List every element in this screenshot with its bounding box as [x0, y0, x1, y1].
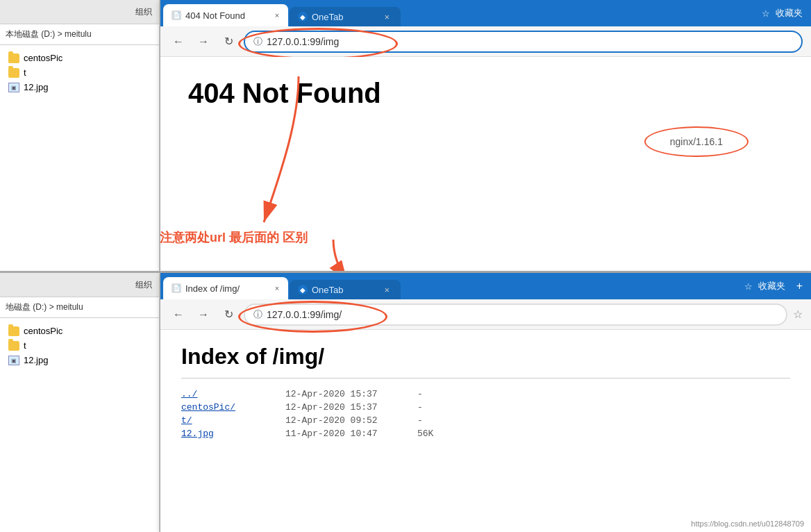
tree-item-t-bottom[interactable]: t [0, 338, 159, 353]
explorer-toolbar-bottom: 组织 [0, 273, 159, 297]
tree-item-centospic-top[interactable]: centosPic [0, 51, 159, 65]
top-section: 组织 本地磁盘 (D:) > meitulu centosPic t ▣ 12.… [0, 0, 811, 271]
folder-icon-centospic-bottom [8, 326, 19, 336]
index-size-parent: - [417, 389, 452, 399]
address-input-wrap-top[interactable]: ⓘ 127.0.0.1:99/img [244, 31, 803, 53]
address-bar-bottom: ← → ↻ ⓘ 127.0.0.1:99/img/ ☆ [160, 299, 811, 330]
index-link-centospic[interactable]: centosPic/ [181, 402, 265, 413]
tree-item-12jpg-bottom[interactable]: ▣ 12.jpg [0, 353, 159, 367]
explorer-left-top: 组织 本地磁盘 (D:) > meitulu centosPic t ▣ 12.… [0, 0, 160, 271]
forward-button-bottom[interactable]: → [194, 305, 213, 324]
explorer-tree-top: centosPic t ▣ 12.jpg [0, 45, 159, 271]
back-button-bottom[interactable]: ← [169, 305, 188, 324]
browser-bottom: 📄 Index of /img/ × ◆ OneTab × ☆ 收藏夹 + ← … [160, 273, 811, 532]
tab-favicon-onetab-bottom: ◆ [298, 285, 308, 294]
explorer-toolbar-top: 组织 [0, 0, 159, 24]
image-icon-12jpg-top: ▣ [8, 83, 19, 92]
tab-inactive-close-bottom[interactable]: × [381, 283, 392, 297]
index-table: ../ 12-Apr-2020 15:37 - centosPic/ 12-Ap… [181, 389, 790, 439]
tab-inactive-label-top: OneTab [312, 12, 344, 22]
error-title: 404 Not Found [188, 78, 783, 109]
tab-favicon-bottom: 📄 [172, 283, 181, 293]
tab-bar-top: 📄 404 Not Found × ◆ OneTab × ☆ 收藏夹 [160, 0, 811, 26]
address-info-icon-bottom: ⓘ [253, 308, 262, 321]
index-link-12jpg[interactable]: 12.jpg [181, 429, 265, 439]
tab-inactive-bottom[interactable]: ◆ OneTab × [290, 280, 401, 299]
index-row-parent: ../ 12-Apr-2020 15:37 - [181, 389, 790, 399]
tab-bar-right-bottom: ☆ 收藏夹 + [736, 273, 811, 299]
index-row-centospic: centosPic/ 12-Apr-2020 15:37 - [181, 402, 790, 413]
favorites-label-top: 收藏夹 [776, 7, 803, 19]
index-size-t: - [417, 415, 452, 426]
index-date-12jpg: 11-Apr-2020 10:47 [285, 429, 396, 439]
tab-close-top[interactable]: × [271, 10, 283, 21]
tab-active-top[interactable]: 📄 404 Not Found × [163, 4, 288, 26]
address-text-top: 127.0.0.1:99/img [267, 36, 339, 47]
favorites-label-bottom: 收藏夹 [758, 280, 785, 292]
organize-label-top: 组织 [135, 6, 152, 18]
reload-button-top[interactable]: ↻ [219, 32, 238, 51]
watermark: https://blog.csdn.net/u012848709 [691, 519, 804, 528]
address-bar-top: ← → ↻ ⓘ 127.0.0.1:99/img [160, 26, 811, 57]
index-row-t: t/ 12-Apr-2020 09:52 - [181, 415, 790, 426]
breadcrumb-top: 本地磁盘 (D:) > meitulu [6, 28, 92, 40]
folder-icon-t-bottom [8, 341, 19, 351]
forward-button-top[interactable]: → [194, 32, 213, 51]
index-title: Index of /img/ [181, 344, 790, 379]
browser-content-bottom: Index of /img/ ../ 12-Apr-2020 15:37 - c… [160, 330, 811, 532]
tree-label-12jpg-bottom: 12.jpg [24, 355, 48, 365]
index-date-t: 12-Apr-2020 09:52 [285, 415, 396, 426]
explorer-left-bottom: 组织 地磁盘 (D:) > meitulu centosPic t ▣ 12.j… [0, 273, 160, 532]
star-icon-bottom: ☆ [744, 281, 753, 292]
tree-label-centospic-top: centosPic [24, 53, 62, 63]
tree-label-t-top: t [24, 67, 26, 78]
index-size-centospic: - [417, 402, 452, 413]
index-date-centospic: 12-Apr-2020 15:37 [285, 402, 396, 413]
index-size-12jpg: 56K [417, 429, 452, 439]
annotation-text-top: 注意两处url 最后面的 区别 [160, 229, 308, 246]
tab-bar-bottom: 📄 Index of /img/ × ◆ OneTab × ☆ 收藏夹 + [160, 273, 811, 299]
image-icon-12jpg-bottom: ▣ [8, 356, 19, 365]
tab-active-label-top: 404 Not Found [185, 10, 245, 21]
tab-bar-right-top: ☆ 收藏夹 [753, 0, 811, 26]
tree-label-12jpg-top: 12.jpg [24, 82, 48, 92]
bookmark-icon-bottom[interactable]: ☆ [793, 308, 803, 321]
tree-item-t-top[interactable]: t [0, 65, 159, 80]
explorer-breadcrumb-bottom: 地磁盘 (D:) > meitulu [0, 297, 159, 318]
tree-item-12jpg-top[interactable]: ▣ 12.jpg [0, 80, 159, 94]
nginx-oval: nginx/1.16.1 [644, 126, 749, 157]
star-icon-top: ☆ [762, 8, 770, 19]
index-date-parent: 12-Apr-2020 15:37 [285, 389, 396, 399]
tab-inactive-label-bottom: OneTab [312, 285, 344, 295]
nginx-label: nginx/1.16.1 [670, 136, 723, 147]
folder-icon-centospic-top [8, 53, 19, 63]
tab-close-bottom[interactable]: × [271, 283, 283, 294]
tab-favicon-onetab-top: ◆ [298, 12, 308, 22]
tree-label-centospic-bottom: centosPic [24, 326, 62, 336]
tree-item-centospic-bottom[interactable]: centosPic [0, 324, 159, 338]
back-button-top[interactable]: ← [169, 32, 188, 51]
new-tab-icon[interactable]: + [796, 280, 803, 292]
tab-favicon-top: 📄 [172, 10, 181, 20]
reload-button-bottom[interactable]: ↻ [219, 305, 238, 324]
folder-icon-t-top [8, 68, 19, 78]
tab-active-bottom[interactable]: 📄 Index of /img/ × [163, 277, 288, 299]
address-input-wrap-bottom[interactable]: ⓘ 127.0.0.1:99/img/ [244, 304, 787, 326]
index-link-t[interactable]: t/ [181, 415, 265, 426]
address-text-bottom: 127.0.0.1:99/img/ [267, 309, 342, 320]
index-row-12jpg: 12.jpg 11-Apr-2020 10:47 56K [181, 429, 790, 439]
tab-active-label-bottom: Index of /img/ [185, 283, 240, 294]
index-link-parent[interactable]: ../ [181, 389, 265, 399]
tab-inactive-top[interactable]: ◆ OneTab × [290, 7, 401, 26]
annotation-label: 注意两处url 最后面的 区别 [160, 231, 308, 244]
tab-inactive-close-top[interactable]: × [381, 10, 392, 24]
tree-label-t-bottom: t [24, 340, 26, 351]
explorer-tree-bottom: centosPic t ▣ 12.jpg [0, 318, 159, 532]
explorer-breadcrumb-top: 本地磁盘 (D:) > meitulu [0, 24, 159, 45]
bottom-section: 组织 地磁盘 (D:) > meitulu centosPic t ▣ 12.j… [0, 271, 811, 532]
address-info-icon-top: ⓘ [253, 35, 262, 48]
organize-label-bottom: 组织 [135, 279, 152, 291]
breadcrumb-bottom: 地磁盘 (D:) > meitulu [6, 301, 83, 313]
